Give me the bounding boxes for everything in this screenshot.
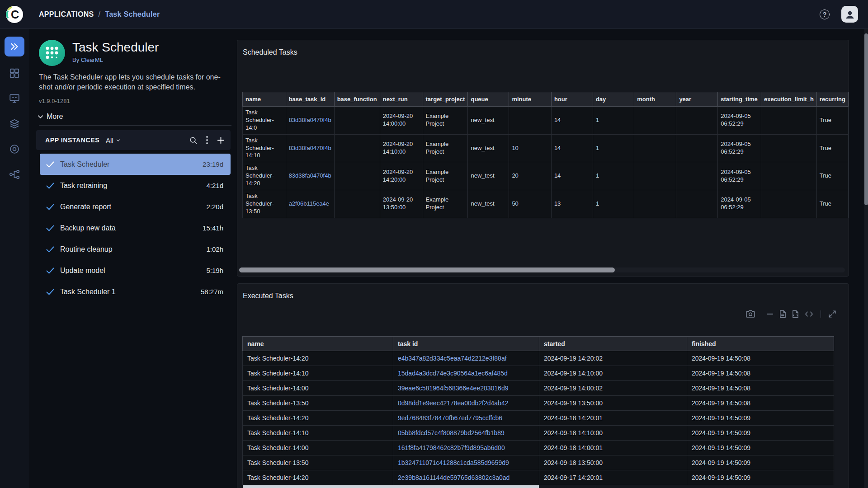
task-id-link[interactable]: 83d38fa0470f4b xyxy=(289,117,331,123)
nav-models-icon[interactable] xyxy=(9,143,20,155)
add-instance-icon[interactable] xyxy=(217,136,225,145)
more-toggle[interactable]: More xyxy=(37,113,232,121)
table-cell: 15dad4a3dcd74e3c90564a1ec6af485d xyxy=(393,366,539,381)
task-id-link[interactable]: a2f06b115ea4e xyxy=(289,200,329,207)
app-instance-item[interactable]: Update model5:19h xyxy=(40,260,231,281)
help-icon[interactable]: ? xyxy=(820,9,830,19)
table-cell: e4b347a82d334c5eaa74d2212e3f88af xyxy=(393,351,539,366)
instance-time: 4:21d xyxy=(206,182,223,189)
table-cell: Task Scheduler-14:10 xyxy=(243,134,286,162)
table-cell xyxy=(634,190,676,218)
task-id-link[interactable]: 1b324711071c41288c1cda585d9659d9 xyxy=(398,459,509,466)
column-header[interactable]: starting_time xyxy=(718,92,761,107)
table-cell: 2024-09-19 14:50:09 xyxy=(687,441,834,455)
search-icon[interactable] xyxy=(189,136,198,145)
download-csv-icon[interactable] xyxy=(779,310,786,318)
task-id-link[interactable]: 2e39b8a161144de59765d63802c3a0ad xyxy=(398,474,509,481)
app-instance-item[interactable]: Backup new data15:41h xyxy=(40,217,231,239)
column-header[interactable]: recurring xyxy=(816,92,848,107)
table-row: Task Scheduler-14:1015dad4a3dcd74e3c9056… xyxy=(243,366,834,381)
column-header[interactable]: queue xyxy=(468,92,509,107)
task-id-link[interactable]: 9ed768483f78470fb67ed7795ccffcb6 xyxy=(398,414,502,422)
task-id-link[interactable]: 39eae6c581964f568366e4ee203016d9 xyxy=(398,385,508,392)
column-header[interactable]: finished xyxy=(687,337,834,351)
task-id-link[interactable]: 15dad4a3dcd74e3c90564a1ec6af485d xyxy=(398,370,508,377)
hide-plot-icon[interactable] xyxy=(766,310,774,318)
nav-datasets-icon[interactable] xyxy=(9,118,20,130)
nav-applications-icon[interactable] xyxy=(5,37,24,56)
column-header[interactable]: next_run xyxy=(380,92,423,107)
instance-name: Task Scheduler xyxy=(60,160,109,169)
table-cell: 1b324711071c41288c1cda585d9659d9 xyxy=(393,455,539,470)
table-cell: 2024-09-18 14:10:00 xyxy=(539,426,687,441)
column-header[interactable]: month xyxy=(634,92,676,107)
task-id-link[interactable]: 0d98dd1e9eec42178ea00db2f2d4ab42 xyxy=(398,399,508,407)
check-icon xyxy=(46,183,54,189)
table-row: Task Scheduler-14:202e39b8a161144de59765… xyxy=(243,470,834,485)
table-cell: Task Scheduler-13:50 xyxy=(243,396,393,411)
table-cell: 2024-09-20 14:20:00 xyxy=(380,162,423,190)
breadcrumb-applications[interactable]: APPLICATIONS xyxy=(39,10,94,19)
table-cell: new_test xyxy=(468,190,509,218)
horizontal-scrollbar-thumb[interactable] xyxy=(239,267,615,272)
task-id-link[interactable]: 161f8fa41798462c82b7f9d895ab6d00 xyxy=(398,444,505,451)
table-row: Task Scheduler-14:0039eae6c581964f568366… xyxy=(243,381,834,396)
table-cell: Task Scheduler-13:50 xyxy=(243,190,286,218)
column-header[interactable]: name xyxy=(243,337,393,351)
table-cell: 2024-09-19 14:50:09 xyxy=(687,455,834,470)
column-header[interactable]: execution_limit_h xyxy=(761,92,817,107)
table-cell: 2024-09-18 13:50:00 xyxy=(539,455,687,470)
task-id-link[interactable]: 83d38fa0470f4b xyxy=(289,145,331,151)
app-instance-item[interactable]: Task Scheduler23:19d xyxy=(40,154,231,175)
app-instance-item[interactable]: Task Scheduler 158:27m xyxy=(40,281,231,302)
embed-code-icon[interactable] xyxy=(805,310,813,318)
vertical-scrollbar-thumb[interactable] xyxy=(864,33,868,205)
kebab-menu-icon[interactable] xyxy=(206,136,208,145)
table-cell: 2024-09-18 14:20:01 xyxy=(539,411,687,426)
column-header[interactable]: started xyxy=(539,337,687,351)
table-cell: 2024-09-17 14:20:01 xyxy=(539,470,687,485)
table-cell: True xyxy=(816,162,848,190)
column-header[interactable]: base_task_id xyxy=(286,92,334,107)
table-cell: 2024-09-19 14:10:00 xyxy=(539,366,687,381)
column-header[interactable]: hour xyxy=(551,92,593,107)
app-instance-item[interactable]: Task retraining4:21d xyxy=(40,175,231,196)
app-byline-link[interactable]: By ClearML xyxy=(72,56,159,63)
table-cell: 83d38fa0470f4b xyxy=(286,134,334,162)
nav-pipelines-icon[interactable] xyxy=(9,169,20,180)
table-header-row: nametask idstartedfinished xyxy=(243,337,834,351)
table-cell: 14 xyxy=(551,162,593,190)
table-cell: 2024-09-20 14:10:00 xyxy=(380,134,423,162)
table-cell: 13 xyxy=(551,190,593,218)
column-header[interactable]: base_function xyxy=(334,92,380,107)
download-json-icon[interactable] xyxy=(792,310,799,318)
column-header[interactable]: year xyxy=(676,92,718,107)
maximize-icon[interactable] xyxy=(828,310,836,318)
scheduled-tasks-title: Scheduled Tasks xyxy=(243,48,297,56)
app-instance-item[interactable]: Routine cleanup1:02h xyxy=(40,239,231,260)
task-id-link[interactable]: 05bb8fdcd57c4f808879bd2564fb1b89 xyxy=(398,429,505,436)
clearml-logo[interactable]: C xyxy=(5,5,24,23)
horizontal-scrollbar[interactable] xyxy=(239,267,845,272)
table-cell xyxy=(334,107,380,135)
column-header[interactable]: name xyxy=(243,92,286,107)
task-id-link[interactable]: e4b347a82d334c5eaa74d2212e3f88af xyxy=(398,355,507,362)
user-avatar[interactable] xyxy=(841,6,858,23)
task-id-link[interactable]: 83d38fa0470f4b xyxy=(289,172,331,179)
nav-workers-icon[interactable] xyxy=(9,93,20,104)
column-header[interactable]: task id xyxy=(393,337,539,351)
column-header[interactable]: minute xyxy=(509,92,551,107)
table-cell: Task Scheduler-14:20 xyxy=(243,470,393,485)
nav-dashboard-icon[interactable] xyxy=(9,67,20,79)
snapshot-camera-icon[interactable] xyxy=(746,310,755,318)
table-cell: 2024-09-19 14:50:08 xyxy=(687,351,834,366)
instances-filter-dropdown[interactable]: All xyxy=(106,136,121,144)
table-cell xyxy=(676,134,718,162)
column-header[interactable]: target_project xyxy=(423,92,468,107)
vertical-scrollbar[interactable] xyxy=(864,29,868,488)
column-header[interactable]: day xyxy=(593,92,634,107)
app-instance-item[interactable]: Generate report2:20d xyxy=(40,196,231,217)
table-cell: 9ed768483f78470fb67ed7795ccffcb6 xyxy=(393,411,539,426)
instance-time: 1:02h xyxy=(206,245,223,253)
executed-tasks-title: Executed Tasks xyxy=(243,292,293,300)
